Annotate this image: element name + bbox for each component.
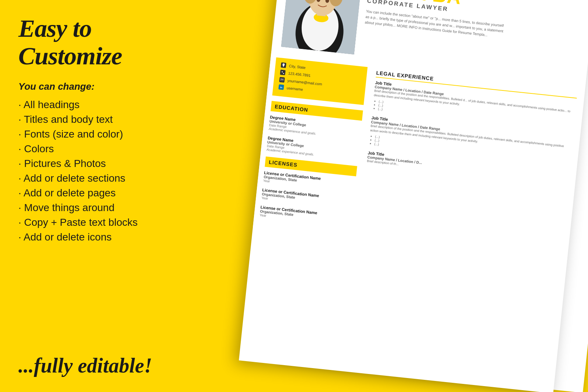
- list-item: · Titles and body text: [18, 114, 187, 125]
- resume-right-col: LEGAL EXPERIENCE Job Title Company Name …: [355, 62, 586, 260]
- footer-text: ...fully editable!: [18, 354, 187, 377]
- left-panel: Easy to Customize You can change: · All …: [0, 0, 206, 392]
- list-item: · Add or delete pages: [18, 187, 187, 199]
- photo-inner: [281, 0, 363, 54]
- email-icon: [279, 77, 285, 82]
- feature-list: · All headings · Titles and body text · …: [18, 99, 187, 351]
- list-item: · Add or delete sections: [18, 172, 187, 184]
- list-item: · Move things around: [18, 202, 187, 214]
- subtitle: You can change:: [18, 81, 187, 92]
- location-icon: [281, 63, 286, 68]
- list-item: · Colors: [18, 143, 187, 155]
- edu-entry-2: Degree Name University or College Date R…: [266, 136, 359, 161]
- resume-container: CORA BA CORPORATE LAWYER You can include…: [238, 0, 588, 392]
- list-item: · Fonts (size and color): [18, 128, 187, 140]
- resume-left-col: City, State 123.456.7891 yourname@mail.c…: [253, 51, 374, 238]
- main-title: Easy to Customize: [18, 15, 187, 70]
- linkedin-icon: in: [279, 84, 284, 90]
- phone-icon: [280, 70, 286, 75]
- resume-photo: [281, 0, 363, 54]
- resume-page: CORA BA CORPORATE LAWYER You can include…: [239, 0, 588, 392]
- contact-box: City, State 123.456.7891 yourname@mail.c…: [272, 57, 368, 105]
- list-item: · Copy + Paste text blocks: [18, 217, 187, 228]
- resume-body: City, State 123.456.7891 yourname@mail.c…: [253, 51, 585, 260]
- list-item: · Pictures & Photos: [18, 158, 187, 170]
- list-item: · Add or delete icons: [18, 231, 187, 243]
- license-entry-3: License or Certification Name Organizati…: [259, 205, 352, 227]
- list-item: · All headings: [18, 99, 187, 111]
